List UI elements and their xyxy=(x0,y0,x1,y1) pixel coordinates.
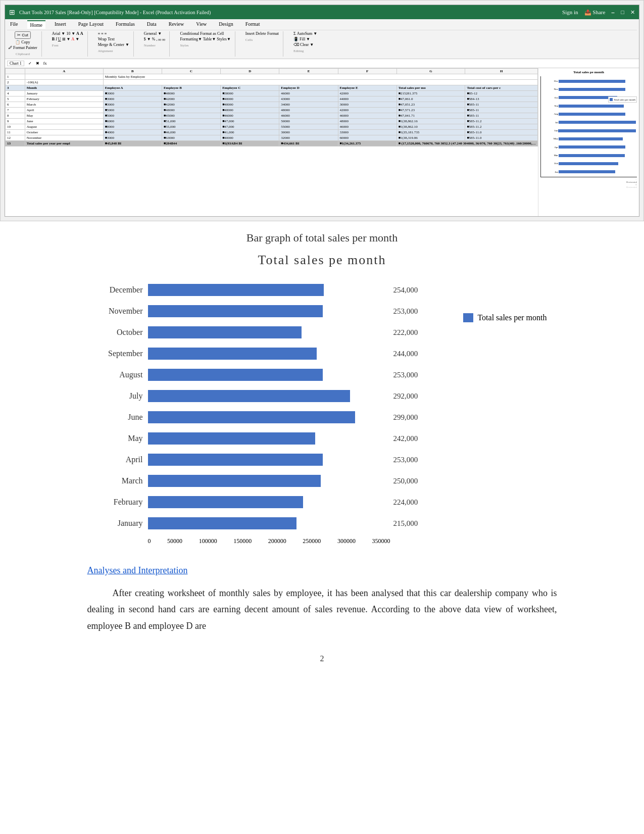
maximize-icon[interactable]: □ xyxy=(621,9,624,16)
bar-value: 292,000 xyxy=(393,392,418,401)
bar-wrapper: 299,000 xyxy=(148,411,390,423)
excel-data-table: A B C D E F G H 1Monthly Sales by Employ… xyxy=(5,68,538,146)
month-label: December xyxy=(97,285,148,295)
share-button[interactable]: 📤 Share xyxy=(584,9,606,16)
bar-wrapper: 253,000 xyxy=(148,369,390,381)
excel-content: A B C D E F G H 1Monthly Sales by Employ… xyxy=(5,68,639,217)
tab-review[interactable]: Review xyxy=(166,20,187,29)
month-label: June xyxy=(97,413,148,422)
excel-chart-preview: Total sales pe month Dec Nov Oct Sep Aug… xyxy=(538,68,639,217)
legend-label: Total sales per month xyxy=(477,313,547,322)
bar-value: 254,000 xyxy=(393,286,418,295)
x-axis-label: 0 xyxy=(148,537,151,545)
chart-row: July292,000 xyxy=(97,389,390,403)
chart-row: August253,000 xyxy=(97,368,390,382)
bar xyxy=(148,326,302,338)
chart-caption: Bar graph of total sales per month xyxy=(0,231,644,244)
month-label: September xyxy=(97,349,148,358)
tab-format[interactable]: Format xyxy=(242,20,263,29)
bar-wrapper: 253,000 xyxy=(148,305,390,317)
bar xyxy=(148,305,323,317)
analysis-section: Analyses and Interpretation After creati… xyxy=(57,565,587,634)
bar-value: 244,000 xyxy=(393,350,418,358)
month-label: October xyxy=(97,328,148,337)
bar-wrapper: 222,000 xyxy=(148,326,390,338)
month-label: July xyxy=(97,391,148,401)
chart-row: September244,000 xyxy=(97,347,390,361)
analysis-paragraph: After creating worksheet of monthly sale… xyxy=(87,585,557,634)
bar xyxy=(148,475,321,487)
bar-wrapper: 250,000 xyxy=(148,475,390,487)
x-axis-label: 250000 xyxy=(303,537,321,545)
excel-screenshot: ⊞ Chart Tools 2017 Sales [Read-Only] [Co… xyxy=(0,0,644,221)
sign-in-button[interactable]: Sign in xyxy=(562,9,578,16)
chart-row: December254,000 xyxy=(97,283,390,297)
legend-color-box xyxy=(463,313,473,322)
bar xyxy=(148,432,316,445)
analysis-heading[interactable]: Analyses and Interpretation xyxy=(87,565,557,576)
bar xyxy=(148,390,350,402)
bar-value: 215,000 xyxy=(393,519,418,528)
tab-insert[interactable]: Insert xyxy=(52,20,69,29)
tab-formulas[interactable]: Formulas xyxy=(113,20,138,29)
month-label: February xyxy=(97,498,148,507)
bar-wrapper: 244,000 xyxy=(148,348,390,360)
legend-item: Total sales per month xyxy=(463,313,547,322)
tab-data[interactable]: Data xyxy=(144,20,160,29)
bar xyxy=(148,454,323,466)
bar-value: 224,000 xyxy=(393,498,418,507)
minimize-icon[interactable]: ‒ xyxy=(611,9,615,16)
analysis-body: After creating worksheet of monthly sale… xyxy=(87,585,557,634)
bar xyxy=(148,517,297,529)
page-number: 2 xyxy=(0,654,644,673)
bar-value: 242,000 xyxy=(393,434,418,443)
x-axis-label: 350000 xyxy=(372,537,390,545)
chart-row: February224,000 xyxy=(97,495,390,509)
bar-wrapper: 224,000 xyxy=(148,496,390,508)
bar-wrapper: 242,000 xyxy=(148,432,390,445)
ribbon-tabs: File Home Insert Page Layout Formulas Da… xyxy=(7,20,637,29)
month-label: March xyxy=(97,476,148,485)
bar-value: 299,000 xyxy=(393,413,418,422)
chart-row: November253,000 xyxy=(97,304,390,318)
tab-home[interactable]: Home xyxy=(27,20,45,29)
bar xyxy=(148,348,317,360)
tab-view[interactable]: View xyxy=(193,20,210,29)
bar-wrapper: 215,000 xyxy=(148,517,390,529)
chart-row: October222,000 xyxy=(97,325,390,339)
excel-title: Chart Tools 2017 Sales [Read-Only] [Comp… xyxy=(19,10,211,15)
chart-container: December254,000November253,000October222… xyxy=(97,283,449,545)
chart-row: May242,000 xyxy=(97,431,390,446)
bar-value: 253,000 xyxy=(393,307,418,316)
excel-ribbon: File Home Insert Page Layout Formulas Da… xyxy=(5,19,639,59)
month-label: August xyxy=(97,370,148,379)
bar-value: 222,000 xyxy=(393,328,418,337)
bar-value: 250,000 xyxy=(393,477,418,485)
legend: Total sales per month xyxy=(448,313,547,322)
chart-row: April253,000 xyxy=(97,453,390,467)
x-axis-label: 100000 xyxy=(199,537,217,545)
x-axis-label: 150000 xyxy=(233,537,252,545)
chart-title: Total sales pe month xyxy=(0,253,644,268)
bar-wrapper: 254,000 xyxy=(148,284,390,296)
tab-design[interactable]: Design xyxy=(216,20,236,29)
spreadsheet: A B C D E F G H 1Monthly Sales by Employ… xyxy=(5,68,538,217)
bar-wrapper: 292,000 xyxy=(148,390,390,402)
bar-value: 253,000 xyxy=(393,371,418,379)
month-label: January xyxy=(97,519,148,528)
month-label: November xyxy=(97,307,148,316)
x-axis: 0500001000001500002000002500003000003500… xyxy=(97,537,390,545)
tab-file[interactable]: File xyxy=(7,20,21,29)
x-axis-label: 50000 xyxy=(167,537,182,545)
bar xyxy=(148,496,303,508)
bar-wrapper: 253,000 xyxy=(148,454,390,466)
chart-row: June299,000 xyxy=(97,410,390,424)
month-label: April xyxy=(97,455,148,464)
tab-page-layout[interactable]: Page Layout xyxy=(75,20,107,29)
x-axis-label: 300000 xyxy=(337,537,356,545)
bar xyxy=(148,284,324,296)
chart-area: December254,000November253,000October222… xyxy=(82,283,562,545)
bar xyxy=(148,411,355,423)
close-icon[interactable]: ✕ xyxy=(630,9,635,16)
excel-titlebar: ⊞ Chart Tools 2017 Sales [Read-Only] [Co… xyxy=(5,5,639,19)
